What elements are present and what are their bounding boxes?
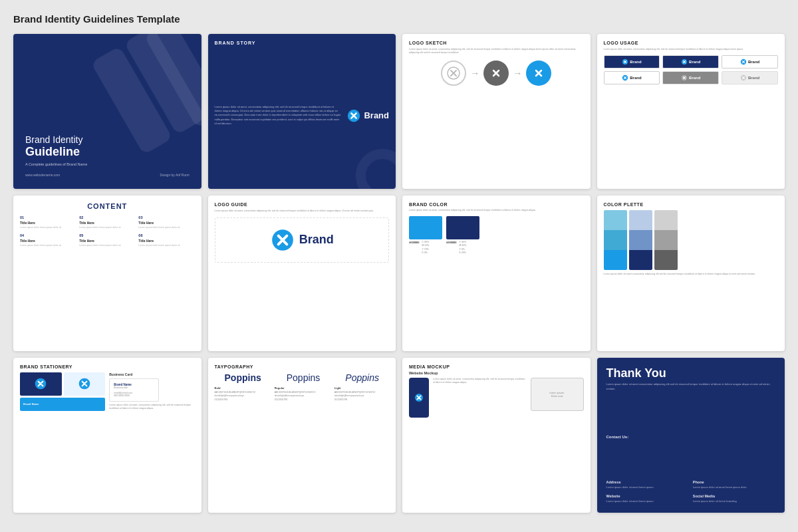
cp-swatch-3-1 xyxy=(654,210,678,230)
stationery-card-wide: Brand Name xyxy=(20,398,105,411)
stationery-card-light-1 xyxy=(64,372,106,396)
color-palette-swatches xyxy=(604,210,779,270)
logo-usage-icon-3 xyxy=(740,59,747,65)
content-item-heading-3: Title Here xyxy=(138,221,194,225)
brand-color-title: BRAND COLOR xyxy=(409,202,584,207)
slide-content: CONTENT 01 Title Here Lorem ipsum dolor … xyxy=(13,196,201,350)
stationery-biz-card: Brand Name Business title email@email.co… xyxy=(109,378,159,402)
typography-sample-2: Regular ABCDEFGHIJKLMNOPQRSTUVWXYZabcdef… xyxy=(275,386,329,402)
content-item-text-2: Lorem ipsum dolor lorem ipsum dolor sit xyxy=(79,226,135,229)
logo-usage-item-6: Brand xyxy=(722,71,778,84)
thank-you-address-val: Lorem ipsum dolor sit amet lorem ipsum xyxy=(606,485,689,489)
logo-usage-icon-2 xyxy=(681,59,688,65)
logo-usage-title: LOGO USAGE xyxy=(604,41,779,45)
media-mockup-phone-icon xyxy=(414,392,424,403)
content-item-num-6: 06 xyxy=(138,233,194,237)
color-palette-title: COLOR PLETTE xyxy=(604,202,779,207)
content-item-num-4: 04 xyxy=(20,233,76,237)
color-palette-col-2 xyxy=(629,210,652,270)
logo-usage-text-1: Brand xyxy=(630,60,641,64)
stationery-sub-title: Business Card xyxy=(109,372,194,376)
brand-color-item-2: #000000 C 96%M 80%Y 0%K 20% xyxy=(446,216,479,255)
content-item-text-1: Lorem ipsum dolor lorem ipsum dolor sit xyxy=(20,226,76,229)
thank-you-address-label: Address xyxy=(606,480,689,484)
content-item-heading-5: Title Here xyxy=(79,239,135,243)
slide-stationery: BRAND STATIONERY Brand Name Business Car… xyxy=(13,358,201,513)
typography-fonts: Poppins Poppins Poppins xyxy=(215,372,390,383)
slide-brand-story: BRAND STORY Lorem ipsum dolor sit amet, … xyxy=(208,34,396,189)
typography-font-regular: Poppins xyxy=(287,372,321,383)
thank-you-address-col: Address Lorem ipsum dolor sit amet lorem… xyxy=(606,480,689,489)
sketch-arrow-1: → xyxy=(470,68,479,78)
typography-font-bold: Poppins xyxy=(225,372,261,383)
content-item-heading-4: Title Here xyxy=(20,239,76,243)
brand-color-info-2: #000000 C 96%M 80%Y 0%K 20% xyxy=(446,241,479,255)
thank-you-contact: Address Lorem ipsum dolor sit amet lorem… xyxy=(606,480,776,503)
typography-label-regular: Regular xyxy=(275,386,329,390)
media-mockup-phone xyxy=(409,378,429,418)
content-item-heading-2: Title Here xyxy=(79,221,135,225)
logo-usage-icon-5 xyxy=(681,74,688,81)
content-item-heading-1: Title Here xyxy=(20,221,76,225)
logo-sketch-logos: → → xyxy=(409,61,584,86)
logo-usage-text: Lorem ipsum dolor sit amet, consectetur … xyxy=(604,48,779,51)
thank-you-phone-label: Phone xyxy=(693,480,775,484)
cp-swatch-1-2 xyxy=(604,230,627,250)
logo-usage-text-5: Brand xyxy=(689,76,700,80)
cp-swatch-3-3 xyxy=(654,250,678,270)
stationery-brand-name: Brand Name xyxy=(23,402,39,406)
typography-title: TAYPOGRAPHY xyxy=(215,364,390,369)
cp-swatch-3-2 xyxy=(654,230,678,250)
logo-usage-text-4: Brand xyxy=(630,76,641,80)
media-mockup-content: Lorem ipsum dolor sit amet, consectetur … xyxy=(409,378,584,418)
logo-usage-icon-1 xyxy=(622,59,628,65)
content-item-text-5: Lorem ipsum dolor lorem ipsum dolor sit xyxy=(79,244,135,247)
logo-usage-text-2: Brand xyxy=(689,60,700,64)
brand-color-vals-1: C 90%M 50%Y 70%K 0% xyxy=(422,241,430,255)
stationery-icon-2 xyxy=(78,377,91,390)
media-mockup-title: MEDIA MOCKUP xyxy=(409,364,584,369)
sketch-logo-filled-icon xyxy=(488,65,504,81)
thank-you-website-col: Website Lorem ipsum dolor sit amet lorem… xyxy=(606,494,689,503)
typography-sample-text-2: ABCDEFGHIJKLMNOPQRSTUVWXYZabcdefghijklmn… xyxy=(275,391,329,402)
brand-color-swatch-2 xyxy=(446,216,479,239)
color-palette-col-1 xyxy=(604,210,627,270)
content-item-2: 02 Title Here Lorem ipsum dolor lorem ip… xyxy=(79,215,135,229)
sketch-logo-outline xyxy=(441,61,466,86)
brand-story-text: Lorem ipsum dolor sit amet, consectetur … xyxy=(215,105,342,126)
logo-sketch-title: LOGO SKETCH xyxy=(409,41,584,45)
content-item-6: 06 Title Here Lorem ipsum dolor lorem ip… xyxy=(138,233,194,247)
logo-usage-item-1: Brand xyxy=(604,55,660,68)
media-mockup-sub-title: Website Mockup xyxy=(409,371,584,375)
cp-swatch-2-2 xyxy=(629,230,652,250)
content-grid: 01 Title Here Lorem ipsum dolor lorem ip… xyxy=(20,215,195,247)
slide-color-palette: COLOR PLETTE Lorem ipsum dolor sit amet … xyxy=(597,196,785,350)
logo-usage-item-5: Brand xyxy=(662,71,719,84)
slide-cover: Brand Identity Guideline A Complete guid… xyxy=(13,34,201,189)
typography-sample-text-3: ABCDEFGHIJKLMNOPQRSTUVWXYZabcdefghijklmn… xyxy=(334,391,389,402)
color-palette-text: Lorem ipsum dolor sit amet consectetur a… xyxy=(604,273,779,277)
sketch-logo-filled xyxy=(483,61,509,86)
content-item-1: 01 Title Here Lorem ipsum dolor lorem ip… xyxy=(20,215,76,229)
brand-story-logo-text: Brand xyxy=(364,110,389,120)
logo-usage-item-3: Brand xyxy=(722,55,778,68)
content-item-4: 04 Title Here Lorem ipsum dolor lorem ip… xyxy=(20,233,76,247)
content-item-3: 03 Title Here Lorem ipsum dolor lorem ip… xyxy=(138,215,194,229)
slide-logo-sketch: LOGO SKETCH Lorem ipsum dolor sit amet, … xyxy=(402,34,591,189)
sketch-logo-colored xyxy=(526,61,551,86)
stationery-cards: Brand Name xyxy=(20,372,105,411)
content-title: CONTENT xyxy=(20,202,195,210)
media-mockup-text: Lorem ipsum dolor sit amet, consectetur … xyxy=(433,378,527,385)
content-item-text-3: Lorem ipsum dolor lorem ipsum dolor sit xyxy=(138,226,194,229)
media-mockup-laptop-label: lorem ipsumDolor erat xyxy=(550,391,565,398)
typography-font-italic: Poppins xyxy=(345,372,379,383)
logo-usage-item-2: Brand xyxy=(662,55,719,68)
brand-logo-icon xyxy=(346,108,361,123)
logo-usage-icon-6 xyxy=(740,74,747,81)
typography-sample-text-1: ABCDEFGHIJKLMNOPQRSTUVWXYZabcdefghijklmn… xyxy=(215,391,269,402)
brand-color-text: Lorem ipsum dolor sit amet, consectetur … xyxy=(409,209,584,212)
logo-usage-grid: Brand Brand Brand Brand Brand Brand xyxy=(604,55,779,84)
typography-label-light: Light xyxy=(334,386,389,390)
biz-card-phone: 000 0000 0000 xyxy=(114,394,154,397)
biz-card-role: Business title xyxy=(114,386,154,389)
